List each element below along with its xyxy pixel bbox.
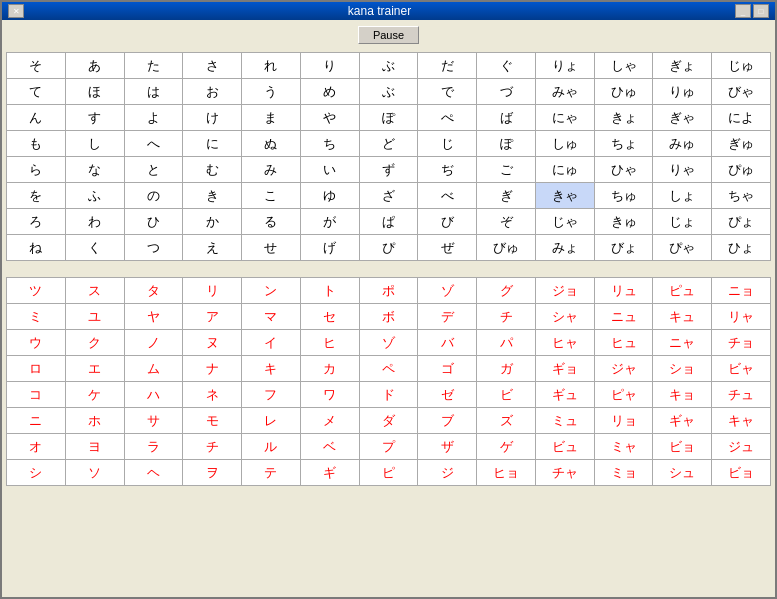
table-cell[interactable]: べ — [418, 183, 477, 209]
table-cell[interactable]: キョ — [653, 382, 712, 408]
table-cell[interactable]: ゆ — [300, 183, 359, 209]
table-cell[interactable]: コ — [7, 382, 66, 408]
table-cell[interactable]: みょ — [535, 235, 594, 261]
table-cell[interactable]: ニュ — [594, 304, 653, 330]
table-cell[interactable]: づ — [477, 79, 536, 105]
table-cell[interactable]: ビャ — [712, 356, 771, 382]
table-cell[interactable]: チャ — [535, 460, 594, 486]
table-cell[interactable]: ハ — [124, 382, 183, 408]
table-cell[interactable]: エ — [65, 356, 124, 382]
table-cell[interactable]: ヒョ — [477, 460, 536, 486]
table-cell[interactable]: ぺ — [418, 105, 477, 131]
table-cell[interactable]: て — [7, 79, 66, 105]
table-cell[interactable]: ノ — [124, 330, 183, 356]
table-cell[interactable]: げ — [300, 235, 359, 261]
table-cell[interactable]: ワ — [300, 382, 359, 408]
table-cell[interactable]: ぢ — [418, 157, 477, 183]
table-cell[interactable]: ベ — [300, 434, 359, 460]
table-cell[interactable]: キャ — [712, 408, 771, 434]
table-cell[interactable]: つ — [124, 235, 183, 261]
table-cell[interactable]: じ — [418, 131, 477, 157]
table-cell[interactable]: ジュ — [712, 434, 771, 460]
table-cell[interactable]: ひょ — [712, 235, 771, 261]
table-cell[interactable]: ぽ — [477, 131, 536, 157]
table-cell[interactable]: め — [300, 79, 359, 105]
table-cell[interactable]: チュ — [712, 382, 771, 408]
table-cell[interactable]: ちゃ — [712, 183, 771, 209]
close-button[interactable]: ✕ — [8, 4, 24, 18]
table-cell[interactable]: ゾ — [359, 330, 418, 356]
table-cell[interactable]: きゃ — [535, 183, 594, 209]
table-cell[interactable]: ピュ — [653, 278, 712, 304]
table-cell[interactable]: みゅ — [653, 131, 712, 157]
table-cell[interactable]: ど — [359, 131, 418, 157]
table-cell[interactable]: しゅ — [535, 131, 594, 157]
table-cell[interactable]: びゅ — [477, 235, 536, 261]
table-cell[interactable]: ラ — [124, 434, 183, 460]
table-cell[interactable]: ぶ — [359, 79, 418, 105]
table-cell[interactable]: イ — [242, 330, 301, 356]
table-cell[interactable]: ス — [65, 278, 124, 304]
table-cell[interactable]: ろ — [7, 209, 66, 235]
table-cell[interactable]: によ — [712, 105, 771, 131]
table-cell[interactable]: ぬ — [242, 131, 301, 157]
table-cell[interactable]: ピャ — [594, 382, 653, 408]
table-cell[interactable]: モ — [183, 408, 242, 434]
table-cell[interactable]: く — [65, 235, 124, 261]
table-cell[interactable]: お — [183, 79, 242, 105]
table-cell[interactable]: ロ — [7, 356, 66, 382]
table-cell[interactable]: びゃ — [712, 79, 771, 105]
table-cell[interactable]: た — [124, 53, 183, 79]
table-cell[interactable]: ダ — [359, 408, 418, 434]
table-cell[interactable]: ド — [359, 382, 418, 408]
table-cell[interactable]: ヒャ — [535, 330, 594, 356]
table-cell[interactable]: ね — [7, 235, 66, 261]
table-cell[interactable]: オ — [7, 434, 66, 460]
table-cell[interactable]: や — [300, 105, 359, 131]
table-cell[interactable]: ヨ — [65, 434, 124, 460]
table-cell[interactable]: ヌ — [183, 330, 242, 356]
table-cell[interactable]: に — [183, 131, 242, 157]
table-cell[interactable]: ビ — [477, 382, 536, 408]
table-cell[interactable]: ニャ — [653, 330, 712, 356]
table-cell[interactable]: ズ — [477, 408, 536, 434]
table-cell[interactable]: ル — [242, 434, 301, 460]
table-cell[interactable]: にゃ — [535, 105, 594, 131]
table-cell[interactable]: る — [242, 209, 301, 235]
table-cell[interactable]: シ — [7, 460, 66, 486]
table-cell[interactable]: か — [183, 209, 242, 235]
table-cell[interactable]: ぴゃ — [653, 235, 712, 261]
table-cell[interactable]: ぴょ — [712, 209, 771, 235]
table-cell[interactable]: ブ — [418, 408, 477, 434]
table-cell[interactable]: ゾ — [418, 278, 477, 304]
pause-button[interactable]: Pause — [358, 26, 419, 44]
table-cell[interactable]: ぎょ — [653, 53, 712, 79]
table-cell[interactable]: ちゅ — [594, 183, 653, 209]
table-cell[interactable]: ウ — [7, 330, 66, 356]
table-cell[interactable]: ぜ — [418, 235, 477, 261]
table-cell[interactable]: ミュ — [535, 408, 594, 434]
table-cell[interactable]: りゃ — [653, 157, 712, 183]
table-cell[interactable]: れ — [242, 53, 301, 79]
maximize-button[interactable]: □ — [753, 4, 769, 18]
table-cell[interactable]: タ — [124, 278, 183, 304]
table-cell[interactable]: け — [183, 105, 242, 131]
table-cell[interactable]: な — [65, 157, 124, 183]
table-cell[interactable]: び — [418, 209, 477, 235]
table-cell[interactable]: ネ — [183, 382, 242, 408]
table-cell[interactable]: せ — [242, 235, 301, 261]
table-cell[interactable]: ニョ — [712, 278, 771, 304]
table-cell[interactable]: だ — [418, 53, 477, 79]
table-cell[interactable]: りょ — [535, 53, 594, 79]
table-cell[interactable]: リ — [183, 278, 242, 304]
table-cell[interactable]: リョ — [594, 408, 653, 434]
table-cell[interactable]: ぎゅ — [712, 131, 771, 157]
table-cell[interactable]: ちょ — [594, 131, 653, 157]
table-cell[interactable]: ぽ — [359, 105, 418, 131]
table-cell[interactable]: グ — [477, 278, 536, 304]
table-cell[interactable]: ホ — [65, 408, 124, 434]
table-cell[interactable]: ゴ — [418, 356, 477, 382]
table-cell[interactable]: プ — [359, 434, 418, 460]
table-cell[interactable]: ぶ — [359, 53, 418, 79]
table-cell[interactable]: ジョ — [535, 278, 594, 304]
